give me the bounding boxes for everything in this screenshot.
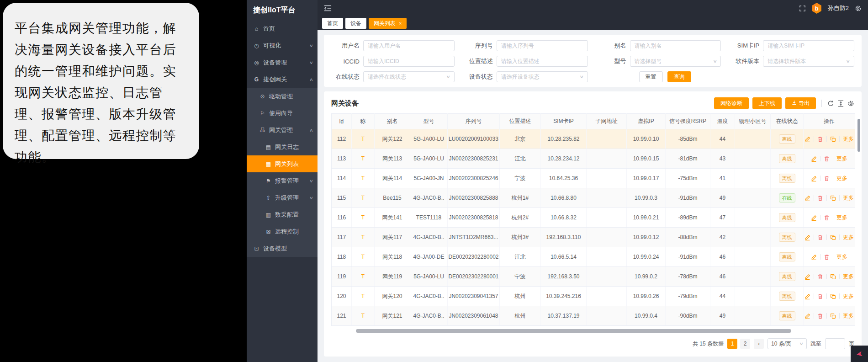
input-位置描述[interactable]: 请输入位置描述 [497,56,588,67]
gateway-name-link[interactable]: T [361,155,365,162]
page-size-select[interactable]: 10 条/页 ∨ [767,338,807,349]
column-settings-icon[interactable] [847,100,854,107]
horizontal-scrollbar[interactable] [356,329,791,333]
network-diagnose-button[interactable]: 网络诊断 [714,97,749,109]
delete-icon[interactable] [817,195,823,201]
sidebar-item-gateway-log[interactable]: ▤ 网关日志 [247,138,318,155]
refresh-icon[interactable] [827,100,834,107]
copy-icon[interactable] [830,234,836,240]
more-link[interactable]: 更多 [843,234,854,241]
vertical-scrollbar[interactable] [857,119,860,152]
edit-icon[interactable] [811,176,817,181]
input-序列号[interactable]: 请输入序列号 [497,40,588,51]
edit-icon[interactable] [804,313,810,319]
more-link[interactable]: 更多 [843,194,854,202]
gateway-name-link[interactable]: T [361,136,365,142]
input-用户名[interactable]: 请输入用户名 [363,40,455,51]
online-offline-button[interactable]: 上下线 [752,97,782,109]
copy-icon[interactable] [830,313,836,319]
edit-icon[interactable] [804,136,810,142]
settings-gear-icon[interactable] [855,5,862,12]
table-row[interactable]: 112 T 网关122 5G-JA00-LU LU00202009100033 … [332,129,855,149]
input-SIM卡IP[interactable]: 请输入SIM卡IP [763,40,854,51]
select-在线状态[interactable]: 请选择在线状态 ∨ [363,71,455,82]
more-link[interactable]: 更多 [836,175,847,182]
density-icon[interactable] [838,100,844,107]
gateway-name-link[interactable]: T [361,254,365,260]
delete-icon[interactable] [824,215,830,221]
input-别名[interactable]: 请输入别名 [630,40,721,51]
table-row[interactable]: 114 T 网关114 5G-JA00-JN JN00202300825246 … [332,169,855,188]
delete-icon[interactable] [817,274,823,280]
edit-icon[interactable] [804,293,810,299]
input-ICCID[interactable]: 请输入ICCID [363,56,455,67]
edit-icon[interactable] [811,254,817,260]
sidebar-item-upgrade-management[interactable]: ⇧ 升级管理 ∨ [247,189,318,206]
table-row[interactable]: 116 T 网关141 TEST1118 JN00202300825818 杭州… [332,208,855,228]
copy-icon[interactable] [830,136,836,142]
sidebar-item-device-management[interactable]: ◎ 设备管理 ∨ [247,54,318,71]
table-row[interactable]: 119 T 网关119 5G-JA00-LU DE00202302280001 … [332,267,855,287]
edit-icon[interactable] [804,274,810,280]
tab-网关列表[interactable]: 网关列表 × [369,18,407,29]
sidebar-item-gateway-management[interactable]: 品 网关管理 ∧ [247,122,318,138]
table-row[interactable]: 117 T 网关117 4G-JAC0-B.. JNTST1D2MR663...… [332,228,855,247]
sidebar-item-data-collection-config[interactable]: ▥ 数采配置 [247,206,318,223]
gateway-name-link[interactable]: T [361,293,365,299]
delete-icon[interactable] [817,234,823,240]
sidebar-collapse-icon[interactable] [324,5,332,11]
more-link[interactable]: 更多 [836,155,847,163]
page-button-2[interactable]: 2 [740,339,750,349]
sidebar-item-usage-guide[interactable]: ⚐ 使用向导 [247,105,318,122]
next-page-button[interactable]: › [754,339,764,349]
edit-icon[interactable] [804,195,810,201]
sidebar-item-remote-control[interactable]: ⊠ 远程控制 [247,223,318,240]
tab-设备[interactable]: 设备 [345,18,366,29]
sidebar-item-gateway-list[interactable]: ▦ 网关列表 [247,155,318,172]
sidebar-item-jc-gateway[interactable]: G 捷创网关 ∧ [247,71,318,88]
tab-首页[interactable]: 首页 [322,18,343,29]
more-link[interactable]: 更多 [843,135,854,143]
copy-icon[interactable] [830,195,836,201]
table-row[interactable]: 115 T Bee115 4G-JAC0-B.. JN0020230082588… [332,188,855,208]
sidebar-item-alarm-management[interactable]: ⚑ 报警管理 ∨ [247,172,318,189]
table-row[interactable]: 113 T 网关113 5G-JA00-LU JN00202300825231 … [332,149,855,169]
gateway-name-link[interactable]: T [361,214,365,221]
reset-button[interactable]: 重置 [639,71,663,82]
gateway-name-link[interactable]: T [361,273,365,280]
more-link[interactable]: 更多 [843,312,854,320]
delete-icon[interactable] [817,313,823,319]
delete-icon[interactable] [817,293,823,299]
username[interactable]: 孙自防2 [828,4,849,12]
fullscreen-icon[interactable] [799,5,806,12]
delete-icon[interactable] [824,254,830,260]
more-link[interactable]: 更多 [836,214,847,222]
table-row[interactable]: 121 T 网关121 4G-JAC0-B.. JN00202309061048… [332,306,855,326]
gateway-name-link[interactable]: T [361,313,365,319]
select-设备状态[interactable]: 请选择设备状态 ∨ [497,71,588,82]
delete-icon[interactable] [824,176,830,181]
export-button[interactable]: 导出 [785,97,816,109]
gateway-name-link[interactable]: T [361,195,365,201]
edit-icon[interactable] [811,215,817,221]
tab-close-icon[interactable]: × [399,21,402,26]
delete-icon[interactable] [824,156,830,162]
delete-icon[interactable] [817,136,823,142]
more-link[interactable]: 更多 [836,253,847,261]
edit-icon[interactable] [804,234,810,240]
copy-icon[interactable] [830,274,836,280]
gateway-name-link[interactable]: T [361,175,365,181]
table-row[interactable]: 120 T 网关120 4G-JAC0-B.. JN00202309041357… [332,287,855,306]
more-link[interactable]: 更多 [843,273,854,281]
query-button[interactable]: 查询 [667,71,691,82]
sidebar-item-visualization[interactable]: ◷ 可视化 ∨ [247,37,318,54]
copy-icon[interactable] [830,293,836,299]
edit-icon[interactable] [811,156,817,162]
jump-page-input[interactable] [825,338,845,349]
table-row[interactable]: 118 T 网关118 4G-JA00-DE DE00202302280002 … [332,247,855,267]
sidebar-item-home[interactable]: ⌂ 首页 [247,20,318,37]
page-button-1[interactable]: 1 [727,339,737,349]
sidebar-item-device-model[interactable]: ⊡ 设备模型 [247,240,318,257]
more-link[interactable]: 更多 [843,293,854,300]
gateway-name-link[interactable]: T [361,234,365,240]
